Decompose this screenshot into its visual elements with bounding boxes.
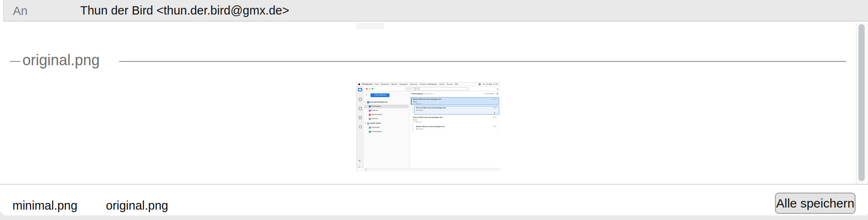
new-message-button[interactable]: + Neue Nachricht xyxy=(370,93,390,97)
addressbook-space-icon[interactable] xyxy=(359,98,362,101)
folder-papierkorb[interactable]: Papierkorb xyxy=(363,126,410,130)
k-key-icon: K xyxy=(417,88,420,90)
folder-spamverdacht[interactable]: Spamverdacht xyxy=(363,113,410,117)
chat-space-icon[interactable] xyxy=(359,125,362,128)
mini-menu-datei[interactable]: Datei xyxy=(375,83,379,86)
search-icon: ⌕ xyxy=(466,88,468,90)
row-menu-icon[interactable]: ⋮ xyxy=(497,117,498,119)
list-header: Posteingang 4 Nachrichten | ⊙ Schnellfil… xyxy=(410,91,500,96)
mini-search-input[interactable]: Suchen... ⌘ K ⌕ xyxy=(405,87,469,90)
mini-folder-pane: ▽ + Neue Nachricht … ∨ thun.der.bird@gmx… xyxy=(363,91,410,168)
row-menu-icon[interactable]: ⋮ xyxy=(497,107,498,109)
local-folders-label: Lokale Ordner xyxy=(370,122,381,125)
mini-menu-fenster[interactable]: Fenster xyxy=(446,83,453,86)
mini-macos-menubar: Thunderbird Datei Bearbeiten Ansicht Nav… xyxy=(357,83,499,86)
folder-entwuerfe[interactable]: Entwürfe xyxy=(363,109,410,112)
message-row-1[interactable]: Andreas Borutta <borumat@gmx.de> ↩ 15:27… xyxy=(411,97,499,105)
message-count: 4 Nachrichten xyxy=(423,93,433,95)
selected-folder-highlight xyxy=(364,105,409,108)
divider-line xyxy=(119,61,846,62)
mini-menu-termine[interactable]: Termine und Aufgaben xyxy=(419,83,437,86)
quickfilter-button[interactable]: | ⊙ Schnellfilter xyxy=(484,93,495,95)
mini-menu-app[interactable]: Thunderbird xyxy=(362,83,373,86)
tasks-space-icon[interactable] xyxy=(359,116,362,119)
folder-pane-menu-icon[interactable]: … xyxy=(405,93,407,95)
local-folder-icon xyxy=(367,122,369,125)
thread-connector xyxy=(412,106,414,113)
message-window: An Thun der Bird <thun.der.bird@gmx.de> … xyxy=(0,0,868,215)
thread-replies-toggle[interactable]: ▢ 1 Antwort ∨ xyxy=(413,121,422,123)
mini-menu-ansicht[interactable]: Ansicht xyxy=(392,83,397,86)
message-time: 15:27 xyxy=(493,98,496,100)
message-time: 16:09 xyxy=(493,107,496,109)
mini-menu-hilfe[interactable]: Hilfe xyxy=(455,83,459,86)
folder-label: Papierkorb xyxy=(372,127,380,129)
folder-label: Gelöscht xyxy=(372,118,378,120)
folder-label: Spamverdacht xyxy=(372,114,383,116)
folder-geloescht[interactable]: Gelöscht xyxy=(363,117,410,121)
folder-options-icon[interactable]: ▽ xyxy=(365,94,367,96)
star-icon[interactable]: ☆ xyxy=(496,130,498,132)
message-sender: Thun der Bird <thun.der.bird@gmx.de> xyxy=(413,117,493,118)
trash-icon xyxy=(369,118,371,120)
attachment-original-png[interactable]: original.png xyxy=(106,199,168,213)
mini-search-placeholder: Suchen... xyxy=(406,88,413,90)
folder-label: Postausgang xyxy=(372,131,381,133)
mini-menu-bearbeiten[interactable]: Bearbeiten xyxy=(381,83,390,86)
scrolled-content-remnant xyxy=(356,22,384,29)
list-view-icon[interactable]: ▤ xyxy=(497,93,498,95)
message-subject: Test 2 xyxy=(413,101,417,103)
message-subject: Re: Test 2 xyxy=(416,110,423,111)
traffic-zoom-icon[interactable] xyxy=(372,88,373,90)
message-sender: Thun der Bird <thun.der.bird@gmx.de> xyxy=(416,107,493,109)
to-label: An xyxy=(13,4,27,18)
calendar-space-icon[interactable] xyxy=(359,107,362,110)
folder-posteingang[interactable]: Posteingang xyxy=(363,105,410,108)
attachment-image-label: original.png xyxy=(22,51,100,69)
mini-menu-navigation[interactable]: Navigation xyxy=(400,83,408,86)
collapse-rail-icon[interactable]: ⇤ xyxy=(358,166,360,169)
settings-gear-icon[interactable]: ⚙ xyxy=(358,159,360,162)
recipient-address[interactable]: Thun der Bird <thun.der.bird@gmx.de> xyxy=(80,4,289,17)
message-row-4[interactable]: Andreas Borutta <borumat@gmx.de> 13:08 ⋮… xyxy=(414,125,499,132)
app-menu-icon[interactable]: ≡ xyxy=(497,88,498,90)
trash-icon xyxy=(369,127,371,129)
star-icon[interactable]: ☆ xyxy=(496,112,498,114)
thread-connector xyxy=(412,125,414,132)
attachment-divider: original.png xyxy=(0,46,868,71)
traffic-minimize-icon[interactable] xyxy=(369,88,370,90)
message-row-3[interactable]: Thun der Bird <thun.der.bird@gmx.de> 13:… xyxy=(411,115,499,124)
account-row[interactable]: ∨ thun.der.bird@gmx.de xyxy=(363,100,410,104)
folder-postausgang[interactable]: Postausgang xyxy=(363,130,410,134)
account-icon xyxy=(367,101,369,103)
replied-icon: ↩ xyxy=(491,98,492,100)
chevron-down-icon[interactable]: ∨ xyxy=(365,101,366,103)
save-all-button[interactable]: Alle speichern xyxy=(775,193,856,214)
mini-menu-nachricht[interactable]: Nachricht xyxy=(410,83,417,86)
outbox-icon xyxy=(369,131,371,133)
recipient-header: An Thun der Bird <thun.der.bird@gmx.de> xyxy=(3,0,868,22)
thread-replies-toggle[interactable]: ▢ 1 Antwort ∨ xyxy=(413,103,422,105)
star-icon[interactable]: ☆ xyxy=(496,102,498,104)
scrollbar-thumb[interactable] xyxy=(858,24,865,181)
star-icon[interactable]: ☆ xyxy=(496,121,498,123)
embedded-screenshot-original-png[interactable]: Thunderbird Datei Bearbeiten Ansicht Nav… xyxy=(356,82,500,171)
mail-space-icon[interactable] xyxy=(358,88,362,91)
inbox-icon xyxy=(369,105,371,108)
chevron-down-icon[interactable]: ∨ xyxy=(365,122,366,124)
traffic-close-icon[interactable] xyxy=(366,88,368,90)
attachment-minimal-png[interactable]: minimal.png xyxy=(12,199,77,213)
row-menu-icon[interactable]: ⋮ xyxy=(497,126,498,128)
message-row-2[interactable]: Thun der Bird <thun.der.bird@gmx.de> 16:… xyxy=(414,106,499,115)
menubar-clock: Do. 21. Aug. 17:49 xyxy=(483,83,498,86)
message-sender: Andreas Borutta <borumat@gmx.de> xyxy=(416,126,493,127)
mini-menu-extras[interactable]: Extras xyxy=(439,83,444,86)
folder-label: Posteingang xyxy=(372,105,381,108)
local-folders-row[interactable]: ∨ Lokale Ordner xyxy=(363,122,410,125)
spam-icon xyxy=(369,114,371,116)
message-subject: Test 1 xyxy=(413,119,417,121)
message-time: 13:08 xyxy=(493,126,496,127)
list-title: Posteingang xyxy=(412,93,422,95)
row-menu-icon[interactable]: ⋮ xyxy=(497,98,498,100)
mini-toolbar: Suchen... ⌘ K ⌕ ≡ xyxy=(363,86,500,91)
